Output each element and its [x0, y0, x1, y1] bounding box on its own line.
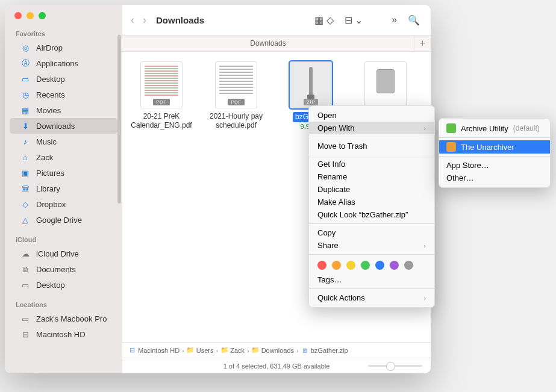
menu-copy[interactable]: Copy	[309, 226, 434, 239]
pictures-icon: ▣	[20, 168, 30, 178]
sidebar-item-label: Desktop	[36, 75, 65, 84]
sidebar-item-label: AirDrop	[36, 43, 63, 52]
tag-color[interactable]	[361, 261, 370, 270]
home-icon: ⌂	[20, 152, 30, 162]
path-bar[interactable]: ⊟Macintosh HD› 📁Users› 📁Zack› 📁Downloads…	[122, 342, 431, 358]
folder-icon: 📁	[220, 346, 228, 354]
group-menu[interactable]: ⊟ ⌄	[342, 14, 365, 26]
locations-heading: Locations	[5, 299, 122, 311]
sidebar-item-pictures[interactable]: ▣Pictures	[10, 165, 117, 181]
file-icon: 🗎	[301, 346, 309, 354]
sidebar-item-desktop2[interactable]: ▭Desktop	[10, 277, 117, 293]
submenu-other[interactable]: Other…	[439, 172, 550, 184]
gdrive-icon: △	[20, 215, 30, 225]
menu-separator	[309, 254, 434, 255]
sidebar-item-applications[interactable]: ⒶApplications	[10, 55, 117, 71]
sidebar-item-label: Library	[36, 184, 60, 193]
file-item[interactable]	[352, 61, 419, 112]
menu-share[interactable]: Share›	[309, 239, 434, 252]
add-tab-button[interactable]: +	[414, 36, 431, 52]
sidebar-item-documents[interactable]: 🗎Documents	[10, 261, 117, 277]
close-window[interactable]	[14, 12, 22, 19]
fullscreen-window[interactable]	[39, 12, 46, 19]
sidebar-item-downloads[interactable]: ⬇Downloads	[10, 118, 117, 134]
sidebar-item-macbook[interactable]: ▭Zack's Macbook Pro	[10, 311, 117, 326]
sidebar-item-gdrive[interactable]: △Google Drive	[10, 212, 117, 228]
icloud-heading: iCloud	[5, 234, 122, 246]
menu-rename[interactable]: Rename	[309, 170, 434, 183]
folder-icon: 📁	[252, 346, 260, 354]
sidebar-item-dropbox[interactable]: ◇Dropbox	[10, 196, 117, 212]
sidebar-item-desktop[interactable]: ▭Desktop	[10, 71, 117, 87]
sidebar-item-label: Desktop	[36, 281, 65, 290]
toolbar: ‹ › Downloads ▦ ◇ ⊟ ⌄ » 🔍	[122, 5, 431, 35]
sidebar-item-movies[interactable]: ▦Movies	[10, 102, 117, 118]
menu-move-trash[interactable]: Move to Trash	[309, 140, 434, 152]
disk-icon: ⊟	[128, 346, 136, 354]
chevron-right-icon: ›	[423, 294, 426, 302]
sidebar-scrollbar[interactable]	[117, 35, 121, 204]
applications-icon: Ⓐ	[20, 58, 30, 68]
laptop-icon: ▭	[20, 314, 30, 323]
submenu-unarchiver[interactable]: The Unarchiver	[439, 140, 550, 154]
sidebar-item-icloud[interactable]: ☁iCloud Drive	[10, 246, 117, 261]
disk-image-icon	[376, 69, 395, 93]
menu-separator	[309, 223, 434, 224]
search-icon[interactable]: 🔍	[405, 14, 422, 26]
context-menu: Open Open With› Move to Trash Get Info R…	[308, 105, 435, 308]
menu-quick-actions[interactable]: Quick Actions›	[309, 291, 434, 304]
minimize-window[interactable]	[27, 12, 34, 19]
chevron-right-icon: ›	[423, 125, 426, 132]
window-title: Downloads	[156, 15, 204, 25]
file-thumbnail: PDF	[140, 61, 183, 108]
file-item[interactable]: PDF 2021-Hourly pay schedule.pdf	[203, 61, 269, 130]
overflow-icon[interactable]: »	[389, 14, 399, 25]
unarchiver-icon	[446, 142, 456, 152]
tab-bar: Downloads +	[122, 35, 431, 52]
menu-open-with[interactable]: Open With›	[309, 122, 434, 134]
cloud-icon: ☁	[20, 249, 30, 258]
menu-get-info[interactable]: Get Info	[309, 158, 434, 170]
menu-separator	[439, 156, 550, 157]
sidebar-item-hd[interactable]: ⊟Macintosh HD	[10, 326, 117, 342]
submenu-archive-utility[interactable]: Archive Utility (default)	[439, 122, 550, 135]
tag-color[interactable]	[332, 261, 341, 270]
menu-tags[interactable]: Tags…	[309, 273, 434, 286]
film-icon: ▦	[20, 105, 30, 115]
menu-quick-look[interactable]: Quick Look “bzGather.zip”	[309, 208, 434, 221]
sidebar-item-home[interactable]: ⌂Zack	[10, 149, 117, 165]
sidebar-item-recents[interactable]: ◷Recents	[10, 87, 117, 102]
open-with-submenu: Archive Utility (default) The Unarchiver…	[439, 118, 551, 188]
menu-separator	[309, 288, 434, 289]
sidebar-item-music[interactable]: ♪Music	[10, 134, 117, 149]
library-icon: 🏛	[20, 184, 30, 193]
tab-downloads[interactable]: Downloads	[122, 39, 414, 48]
tag-color[interactable]	[317, 261, 326, 270]
menu-separator	[309, 137, 434, 137]
tag-color[interactable]	[346, 261, 355, 270]
tag-color[interactable]	[390, 261, 399, 270]
archive-utility-icon	[446, 123, 456, 133]
nav-back[interactable]: ‹	[131, 14, 134, 26]
menu-open[interactable]: Open	[309, 109, 434, 122]
sidebar-item-label: Google Drive	[36, 216, 82, 225]
sidebar-item-label: Dropbox	[36, 200, 66, 209]
menu-make-alias[interactable]: Make Alias	[309, 196, 434, 208]
tag-color[interactable]	[404, 261, 413, 270]
file-thumbnail: ZIP	[290, 61, 332, 108]
nav-forward[interactable]: ›	[143, 14, 146, 26]
music-icon: ♪	[20, 137, 30, 146]
sidebar-item-airdrop[interactable]: ◎AirDrop	[10, 40, 117, 55]
zoom-slider[interactable]	[368, 365, 422, 367]
clock-icon: ◷	[20, 90, 30, 99]
menu-duplicate[interactable]: Duplicate	[309, 183, 434, 196]
sidebar-item-library[interactable]: 🏛Library	[10, 181, 117, 196]
view-icons[interactable]: ▦ ◇	[312, 14, 336, 26]
download-icon: ⬇	[20, 121, 30, 131]
sidebar-item-label: Music	[36, 137, 57, 146]
tag-color[interactable]	[375, 261, 384, 270]
sidebar-item-label: Recents	[36, 90, 65, 99]
zip-icon	[309, 67, 313, 97]
submenu-app-store[interactable]: App Store…	[439, 159, 550, 172]
file-item[interactable]: PDF 20-21 PreK Calendar_ENG.pdf	[128, 61, 195, 130]
